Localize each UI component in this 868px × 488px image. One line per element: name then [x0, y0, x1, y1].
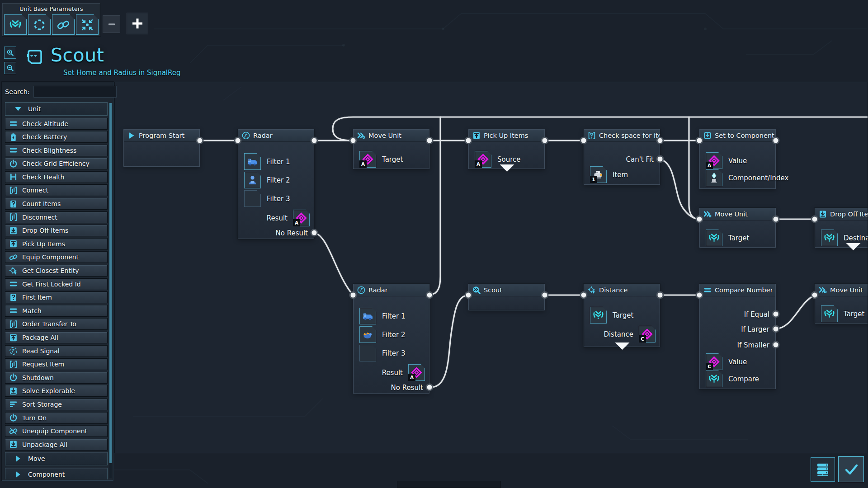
aperture-icon[interactable]	[28, 14, 51, 35]
node-program-start[interactable]: Program Start	[123, 129, 200, 167]
node-compare-number[interactable]: Compare NumberIf EqualIf LargerIf Smalle…	[699, 284, 776, 389]
increase-button[interactable]	[127, 13, 148, 34]
sidebar-item-check-altitude[interactable]: Check Altitude	[5, 118, 108, 130]
sidebar-category-move[interactable]: Move	[5, 452, 108, 465]
node-title-bar[interactable]: Compare Number	[700, 284, 775, 296]
sidebar-item-count-items[interactable]: Count Items	[5, 198, 108, 210]
port-radar-1-out[interactable]	[311, 137, 317, 144]
node-title-bar[interactable]: Pick Up Items	[469, 130, 544, 142]
node-pick-up-items[interactable]: Pick Up ItemsASource	[468, 129, 545, 169]
sidebar-item-read-signal[interactable]: Read Signal	[5, 345, 108, 357]
port-move-unit-2-out[interactable]	[773, 216, 779, 222]
zoom-out-button[interactable]	[4, 62, 16, 74]
port-move-unit-1-in[interactable]	[350, 137, 356, 144]
diamond-slot-icon[interactable]: A	[293, 210, 310, 226]
node-title-bar[interactable]: Move Unit	[815, 284, 868, 296]
node-expander[interactable]	[846, 243, 861, 250]
collapse-icon[interactable]	[76, 14, 99, 35]
sidebar-item-order-transfer-to[interactable]: Order Transfer To	[5, 318, 108, 330]
sidebar-item-get-closest-entity[interactable]: Get Closest Entity	[5, 265, 108, 277]
sidebar-category-component[interactable]: Component	[5, 468, 108, 479]
port-compare-number-if-smaller[interactable]	[773, 342, 779, 348]
sidebar-item-package-all[interactable]: Package All	[5, 332, 108, 343]
sidebar-item-disconnect[interactable]: Disconnect	[5, 211, 108, 223]
sidebar-item-unequip-component[interactable]: Unequip Component	[5, 425, 108, 437]
node-title-bar[interactable]: Distance	[584, 284, 660, 296]
sidebar-item-pick-up-items[interactable]: Pick Up Items	[5, 238, 108, 250]
vehicle-slot-icon[interactable]	[359, 308, 376, 324]
port-distance-out[interactable]	[657, 292, 663, 298]
port-drop-off-items-in[interactable]	[811, 216, 818, 222]
search-input[interactable]	[33, 86, 117, 98]
node-expander[interactable]	[500, 164, 514, 172]
port-radar-2-in[interactable]	[350, 292, 356, 298]
signal-slot-icon[interactable]	[821, 305, 838, 322]
sidebar-item-request-item[interactable]: Request Item	[5, 358, 108, 370]
behavior-list-button[interactable]	[811, 457, 835, 482]
crystal-slot-icon[interactable]	[706, 169, 722, 186]
port-check-space-out[interactable]	[657, 137, 663, 144]
sidebar-item-check-grid-efficiency[interactable]: Check Grid Efficiency	[5, 158, 108, 169]
signal-slot-icon[interactable]	[590, 307, 607, 324]
node-set-to-component[interactable]: Set to ComponentAValueComponent/Index	[699, 129, 776, 189]
port-check-space-in[interactable]	[580, 137, 587, 144]
port-move-unit-2-in[interactable]	[696, 216, 703, 222]
port-scout-out[interactable]	[542, 292, 548, 298]
diamond-slot-icon[interactable]: C	[706, 353, 722, 370]
node-radar-1[interactable]: RadarFilter 1Filter 2Filter 3ResultANo R…	[238, 129, 314, 239]
port-scout-in[interactable]	[465, 292, 472, 298]
port-compare-number-if-equal[interactable]	[773, 311, 779, 317]
node-expander[interactable]	[615, 343, 630, 350]
diamond-slot-icon[interactable]: A	[706, 152, 722, 169]
node-drop-off-items[interactable]: Drop Off ItemsDestination	[815, 208, 868, 248]
port-compare-number-in[interactable]	[696, 292, 703, 298]
node-move-unit-2[interactable]: Move UnitTarget	[699, 208, 776, 248]
confirm-button[interactable]	[838, 456, 864, 482]
diamond-slot-icon[interactable]: A	[475, 151, 491, 168]
sidebar-scrollbar-thumb[interactable]	[109, 103, 112, 463]
port-radar-2-no-result[interactable]	[426, 384, 433, 390]
bug-slot-icon[interactable]	[359, 326, 376, 343]
decrease-button[interactable]	[103, 15, 120, 33]
node-title-bar[interactable]: Scout	[469, 284, 544, 296]
port-pick-up-items-out[interactable]	[542, 137, 548, 144]
sidebar-item-check-battery[interactable]: Check Battery	[5, 131, 108, 143]
diamond-slot-icon[interactable]: A	[359, 151, 376, 168]
person-slot-icon[interactable]	[244, 172, 261, 188]
sidebar-category-unit[interactable]: Unit	[5, 102, 108, 116]
node-move-unit-1[interactable]: Move UnitATarget	[353, 129, 429, 169]
node-title-bar[interactable]: Radar	[354, 284, 429, 296]
port-distance-in[interactable]	[580, 292, 587, 298]
item-bot-slot-icon[interactable]: 1	[590, 166, 607, 183]
port-compare-number-if-larger[interactable]	[773, 326, 779, 332]
port-set-to-component-in[interactable]	[696, 137, 703, 144]
port-move-unit-1-out[interactable]	[426, 137, 433, 144]
signal-icon[interactable]	[4, 14, 27, 35]
link-icon[interactable]	[52, 14, 75, 35]
node-title-bar[interactable]: Move Unit	[700, 208, 775, 221]
node-distance[interactable]: DistanceTargetDistanceC	[584, 284, 660, 347]
node-title-bar[interactable]: Move Unit	[354, 130, 429, 142]
port-radar-1-in[interactable]	[235, 137, 241, 144]
node-title-bar[interactable]: Drop Off Items	[815, 208, 868, 221]
node-check-space[interactable]: Check space for itemCan't Fit1Item	[584, 129, 660, 185]
signal-slot-icon[interactable]	[821, 230, 838, 246]
empty-slot[interactable]	[244, 190, 261, 207]
sidebar-item-equip-component[interactable]: Equip Component	[5, 251, 108, 263]
sidebar-item-first-item[interactable]: First Item	[5, 291, 108, 303]
signal-slot-icon[interactable]	[706, 371, 722, 387]
node-radar-2[interactable]: RadarFilter 1Filter 2Filter 3ResultANo R…	[353, 284, 429, 394]
node-title-bar[interactable]: Radar	[238, 130, 314, 142]
port-radar-1-no-result[interactable]	[311, 230, 317, 236]
sidebar-item-unpackage-all[interactable]: Unpackage All	[5, 439, 108, 450]
diamond-slot-icon[interactable]: C	[639, 326, 656, 343]
port-program-start-out[interactable]	[197, 137, 203, 144]
sidebar-item-check-health[interactable]: Check Health	[5, 171, 108, 183]
behavior-graph-canvas[interactable]: Program StartRadarFilter 1Filter 2Filter…	[114, 82, 868, 453]
sidebar-item-connect[interactable]: Connect	[5, 184, 108, 196]
sidebar-item-get-first-locked-id[interactable]: Get First Locked Id	[5, 278, 108, 290]
node-title-bar[interactable]: Check space for item	[584, 130, 660, 142]
sidebar-item-shutdown[interactable]: Shutdown	[5, 372, 108, 384]
diamond-slot-icon[interactable]: A	[408, 364, 425, 381]
port-radar-2-out[interactable]	[426, 292, 433, 298]
